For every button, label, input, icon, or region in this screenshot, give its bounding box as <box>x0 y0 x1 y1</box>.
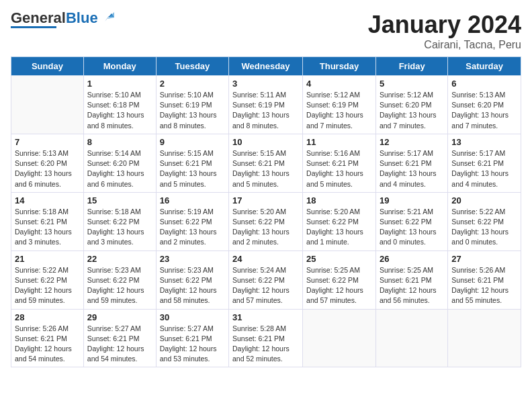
day-info: Sunrise: 5:25 AMSunset: 6:21 PMDaylight:… <box>380 265 444 306</box>
day-number: 27 <box>451 254 517 264</box>
day-info: Sunrise: 5:22 AMSunset: 6:22 PMDaylight:… <box>451 207 517 248</box>
day-info: Sunrise: 5:17 AMSunset: 6:21 PMDaylight:… <box>451 148 517 189</box>
calendar-week-row: 1Sunrise: 5:10 AMSunset: 6:18 PMDaylight… <box>11 76 521 134</box>
day-number: 24 <box>232 254 299 264</box>
calendar-header: SundayMondayTuesdayWednesdayThursdayFrid… <box>11 57 521 76</box>
logo-general: General <box>11 9 66 26</box>
calendar-cell: 9Sunrise: 5:15 AMSunset: 6:21 PMDaylight… <box>156 134 228 192</box>
day-number: 19 <box>380 195 444 205</box>
calendar-cell: 14Sunrise: 5:18 AMSunset: 6:21 PMDayligh… <box>11 192 84 250</box>
day-info: Sunrise: 5:13 AMSunset: 6:20 PMDaylight:… <box>451 90 517 131</box>
day-info: Sunrise: 5:13 AMSunset: 6:20 PMDaylight:… <box>15 148 80 189</box>
day-info: Sunrise: 5:28 AMSunset: 6:21 PMDaylight:… <box>232 324 299 365</box>
day-info: Sunrise: 5:23 AMSunset: 6:22 PMDaylight:… <box>87 265 152 306</box>
day-number: 29 <box>87 312 152 322</box>
day-number: 9 <box>160 137 225 147</box>
calendar-cell: 5Sunrise: 5:12 AMSunset: 6:20 PMDaylight… <box>375 76 447 134</box>
logo-text: GeneralBlue <box>11 11 98 26</box>
day-info: Sunrise: 5:18 AMSunset: 6:22 PMDaylight:… <box>87 207 152 248</box>
calendar-cell <box>448 309 521 367</box>
day-number: 21 <box>15 254 80 264</box>
calendar-cell: 12Sunrise: 5:17 AMSunset: 6:21 PMDayligh… <box>375 134 447 192</box>
day-number: 16 <box>160 195 225 205</box>
day-info: Sunrise: 5:12 AMSunset: 6:20 PMDaylight:… <box>380 90 444 131</box>
day-number: 26 <box>380 254 444 264</box>
day-number: 3 <box>232 79 299 89</box>
day-number: 1 <box>87 79 152 89</box>
day-number: 25 <box>306 254 372 264</box>
calendar-cell: 1Sunrise: 5:10 AMSunset: 6:18 PMDaylight… <box>83 76 156 134</box>
calendar-week-row: 7Sunrise: 5:13 AMSunset: 6:20 PMDaylight… <box>11 134 521 192</box>
calendar-cell: 7Sunrise: 5:13 AMSunset: 6:20 PMDaylight… <box>11 134 84 192</box>
day-info: Sunrise: 5:10 AMSunset: 6:18 PMDaylight:… <box>87 90 152 131</box>
page-subtitle: Cairani, Tacna, Peru <box>368 39 521 51</box>
day-number: 12 <box>380 137 444 147</box>
day-info: Sunrise: 5:15 AMSunset: 6:21 PMDaylight:… <box>160 148 225 189</box>
logo-block: GeneralBlue <box>11 11 114 28</box>
day-info: Sunrise: 5:20 AMSunset: 6:22 PMDaylight:… <box>232 207 299 248</box>
day-number: 31 <box>232 312 299 322</box>
day-info: Sunrise: 5:27 AMSunset: 6:21 PMDaylight:… <box>87 324 152 365</box>
svg-marker-1 <box>107 12 114 19</box>
calendar-cell: 15Sunrise: 5:18 AMSunset: 6:22 PMDayligh… <box>83 192 156 250</box>
logo-underline <box>11 26 56 28</box>
day-info: Sunrise: 5:16 AMSunset: 6:21 PMDaylight:… <box>306 148 372 189</box>
calendar-cell: 30Sunrise: 5:27 AMSunset: 6:21 PMDayligh… <box>156 309 228 367</box>
day-number: 15 <box>87 195 152 205</box>
page-header: GeneralBlue January 2024 Cairani, Tacna,… <box>11 11 521 51</box>
calendar-cell: 20Sunrise: 5:22 AMSunset: 6:22 PMDayligh… <box>448 192 521 250</box>
calendar-body: 1Sunrise: 5:10 AMSunset: 6:18 PMDaylight… <box>11 76 521 367</box>
calendar-cell: 4Sunrise: 5:12 AMSunset: 6:19 PMDaylight… <box>303 76 376 134</box>
day-info: Sunrise: 5:21 AMSunset: 6:22 PMDaylight:… <box>380 207 444 248</box>
day-info: Sunrise: 5:26 AMSunset: 6:21 PMDaylight:… <box>451 265 517 306</box>
calendar-cell: 10Sunrise: 5:15 AMSunset: 6:21 PMDayligh… <box>229 134 303 192</box>
calendar-cell: 31Sunrise: 5:28 AMSunset: 6:21 PMDayligh… <box>229 309 303 367</box>
page-title: January 2024 <box>368 11 521 39</box>
day-info: Sunrise: 5:24 AMSunset: 6:22 PMDaylight:… <box>232 265 299 306</box>
weekday-header-monday: Monday <box>83 57 156 76</box>
calendar-table: SundayMondayTuesdayWednesdayThursdayFrid… <box>11 56 521 367</box>
day-number: 28 <box>15 312 80 322</box>
calendar-cell <box>375 309 447 367</box>
day-number: 18 <box>306 195 372 205</box>
day-info: Sunrise: 5:19 AMSunset: 6:22 PMDaylight:… <box>160 207 225 248</box>
day-number: 2 <box>160 79 225 89</box>
day-number: 23 <box>160 254 225 264</box>
calendar-cell: 17Sunrise: 5:20 AMSunset: 6:22 PMDayligh… <box>229 192 303 250</box>
calendar-cell: 21Sunrise: 5:22 AMSunset: 6:22 PMDayligh… <box>11 250 84 309</box>
day-info: Sunrise: 5:15 AMSunset: 6:21 PMDaylight:… <box>232 148 299 189</box>
logo: GeneralBlue <box>11 11 114 28</box>
weekday-header-wednesday: Wednesday <box>229 57 303 76</box>
day-info: Sunrise: 5:26 AMSunset: 6:21 PMDaylight:… <box>15 324 80 365</box>
weekday-header-sunday: Sunday <box>11 57 84 76</box>
calendar-cell: 24Sunrise: 5:24 AMSunset: 6:22 PMDayligh… <box>229 250 303 309</box>
calendar-cell <box>303 309 376 367</box>
day-number: 8 <box>87 137 152 147</box>
day-info: Sunrise: 5:17 AMSunset: 6:21 PMDaylight:… <box>380 148 444 189</box>
calendar-cell: 23Sunrise: 5:23 AMSunset: 6:22 PMDayligh… <box>156 250 228 309</box>
calendar-cell: 8Sunrise: 5:14 AMSunset: 6:20 PMDaylight… <box>83 134 156 192</box>
day-info: Sunrise: 5:23 AMSunset: 6:22 PMDaylight:… <box>160 265 225 306</box>
day-number: 7 <box>15 137 80 147</box>
day-number: 6 <box>451 79 517 89</box>
day-info: Sunrise: 5:10 AMSunset: 6:19 PMDaylight:… <box>160 90 225 131</box>
calendar-week-row: 28Sunrise: 5:26 AMSunset: 6:21 PMDayligh… <box>11 309 521 367</box>
weekday-header-thursday: Thursday <box>303 57 376 76</box>
day-info: Sunrise: 5:18 AMSunset: 6:21 PMDaylight:… <box>15 207 80 248</box>
day-number: 22 <box>87 254 152 264</box>
day-info: Sunrise: 5:27 AMSunset: 6:21 PMDaylight:… <box>160 324 225 365</box>
day-number: 13 <box>451 137 517 147</box>
day-info: Sunrise: 5:14 AMSunset: 6:20 PMDaylight:… <box>87 148 152 189</box>
title-block: January 2024 Cairani, Tacna, Peru <box>368 11 521 51</box>
logo-blue: Blue <box>66 9 98 26</box>
calendar-cell: 16Sunrise: 5:19 AMSunset: 6:22 PMDayligh… <box>156 192 228 250</box>
day-number: 17 <box>232 195 299 205</box>
weekday-header-friday: Friday <box>375 57 447 76</box>
calendar-cell: 28Sunrise: 5:26 AMSunset: 6:21 PMDayligh… <box>11 309 84 367</box>
calendar-cell: 25Sunrise: 5:25 AMSunset: 6:22 PMDayligh… <box>303 250 376 309</box>
day-number: 4 <box>306 79 372 89</box>
calendar-cell: 11Sunrise: 5:16 AMSunset: 6:21 PMDayligh… <box>303 134 376 192</box>
calendar-cell: 13Sunrise: 5:17 AMSunset: 6:21 PMDayligh… <box>448 134 521 192</box>
weekday-header-row: SundayMondayTuesdayWednesdayThursdayFrid… <box>11 57 521 76</box>
calendar-cell <box>11 76 84 134</box>
